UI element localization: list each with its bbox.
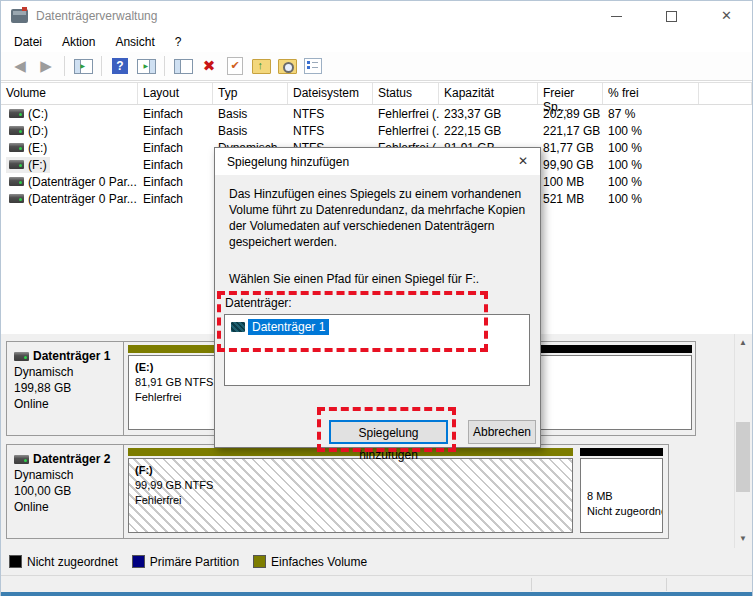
scroll-down-icon[interactable]: ▼: [735, 531, 751, 547]
back-icon[interactable]: ◀: [9, 55, 31, 77]
disk-2-type: Dynamisch: [14, 467, 123, 483]
volume-icon: [9, 160, 24, 169]
col-prozent-frei[interactable]: % frei: [603, 83, 699, 104]
unallocated-region-disk2[interactable]: 8 MB Nicht zugeordnet: [578, 445, 665, 538]
legend-swatch-primary: [132, 555, 145, 568]
disk-management-window: Datenträgerverwaltung ✕ Datei Aktion Ans…: [0, 0, 753, 596]
disk-2-status: Online: [14, 499, 123, 515]
col-empty: [699, 83, 752, 104]
menu-hilfe[interactable]: ?: [165, 35, 192, 49]
col-layout[interactable]: Layout: [138, 83, 213, 104]
disk-1-size: 199,88 GB: [14, 380, 123, 396]
legend-swatch-unallocated: [9, 555, 22, 568]
toolbar-separator: [64, 56, 65, 76]
vertical-scrollbar[interactable]: ▲ ▼: [734, 334, 751, 548]
disk-2-info[interactable]: Datenträger 2 Dynamisch 100,00 GB Online: [7, 445, 124, 538]
table-row[interactable]: (D:) Einfach Basis NTFS Fehlerfrei (... …: [1, 122, 752, 139]
volume-icon: [9, 143, 24, 152]
scrollbar-thumb[interactable]: [736, 422, 750, 492]
volume-icon: [9, 109, 24, 118]
col-dateisystem[interactable]: Dateisystem: [288, 83, 373, 104]
app-icon: [11, 9, 28, 23]
properties-icon[interactable]: [172, 55, 194, 77]
annotation-rect-add-mirror-button: [317, 407, 456, 452]
task-list-icon[interactable]: [302, 55, 324, 77]
menu-ansicht[interactable]: Ansicht: [105, 35, 164, 49]
legend-unallocated: Nicht zugeordnet: [9, 555, 118, 569]
legend-primary-partition: Primäre Partition: [132, 555, 239, 569]
window-title: Datenträgerverwaltung: [36, 9, 157, 23]
col-volume[interactable]: Volume: [1, 83, 138, 104]
volume-icon: [9, 194, 24, 203]
table-row[interactable]: (C:) Einfach Basis NTFS Fehlerfrei (... …: [1, 105, 752, 122]
close-button[interactable]: ✕: [704, 1, 749, 31]
delete-icon[interactable]: ✖: [198, 55, 220, 77]
dialog-close-icon[interactable]: ✕: [512, 152, 534, 171]
folder-up-icon[interactable]: ↑: [250, 55, 272, 77]
partition-f[interactable]: (F:) 99,99 GB NTFS Fehlerfrei: [126, 445, 575, 538]
scroll-up-icon[interactable]: ▲: [735, 335, 751, 351]
disk-1-info[interactable]: Datenträger 1 Dynamisch 199,88 GB Online: [7, 342, 124, 435]
dialog-prompt-text: Wählen Sie einen Pfad für einen Spiegel …: [229, 272, 479, 286]
disk-row-2: Datenträger 2 Dynamisch 100,00 GB Online…: [6, 444, 669, 539]
volume-list-header: Volume Layout Typ Dateisystem Status Kap…: [1, 83, 752, 105]
legend-simple-volume: Einfaches Volume: [253, 555, 367, 569]
annotation-rect-disk-list: [217, 291, 488, 352]
menu-aktion[interactable]: Aktion: [52, 35, 105, 49]
volume-icon: [9, 177, 24, 186]
title-bar: Datenträgerverwaltung ✕: [1, 1, 752, 31]
col-status[interactable]: Status: [373, 83, 439, 104]
disk-icon: [14, 352, 29, 361]
folder-search-icon[interactable]: [276, 55, 298, 77]
help-icon[interactable]: ?: [109, 55, 131, 77]
menu-datei[interactable]: Datei: [4, 35, 52, 49]
legend-bar: Nicht zugeordnet Primäre Partition Einfa…: [1, 548, 752, 575]
statusbar-separator: [666, 578, 667, 591]
disk-1-status: Online: [14, 396, 123, 412]
col-freier-speicher[interactable]: Freier Sp...: [538, 83, 603, 104]
check-disk-icon[interactable]: ✔: [224, 55, 246, 77]
menu-bar: Datei Aktion Ansicht ?: [1, 31, 752, 52]
toolbar: ◀ ▶ ▶ ? ▶ ✖ ✔ ↑: [1, 52, 752, 81]
dialog-title-bar: Spiegelung hinzufügen ✕: [215, 148, 540, 175]
legend-swatch-simple: [253, 555, 266, 568]
disk-1-type: Dynamisch: [14, 364, 123, 380]
col-typ[interactable]: Typ: [213, 83, 288, 104]
dialog-body-text: Das Hinzufügen eines Spiegels zu einem v…: [229, 186, 529, 250]
statusbar-separator: [531, 578, 532, 591]
action-pane-icon[interactable]: ▶: [135, 55, 157, 77]
unallocated-bar: [580, 448, 663, 456]
volume-icon: [9, 126, 24, 135]
toolbar-separator: [164, 56, 165, 76]
toolbar-separator: [101, 56, 102, 76]
status-bar: [1, 575, 752, 593]
forward-icon[interactable]: ▶: [35, 55, 57, 77]
col-kapazitaet[interactable]: Kapazität: [439, 83, 538, 104]
console-tree-icon[interactable]: ▶: [72, 55, 94, 77]
dialog-title: Spiegelung hinzufügen: [227, 155, 349, 169]
cancel-button[interactable]: Abbrechen: [468, 420, 536, 444]
disk-icon: [14, 455, 29, 464]
minimize-button[interactable]: [594, 1, 639, 31]
maximize-button[interactable]: [649, 1, 694, 31]
window-bottom-border: [1, 592, 752, 596]
disk-2-size: 100,00 GB: [14, 483, 123, 499]
